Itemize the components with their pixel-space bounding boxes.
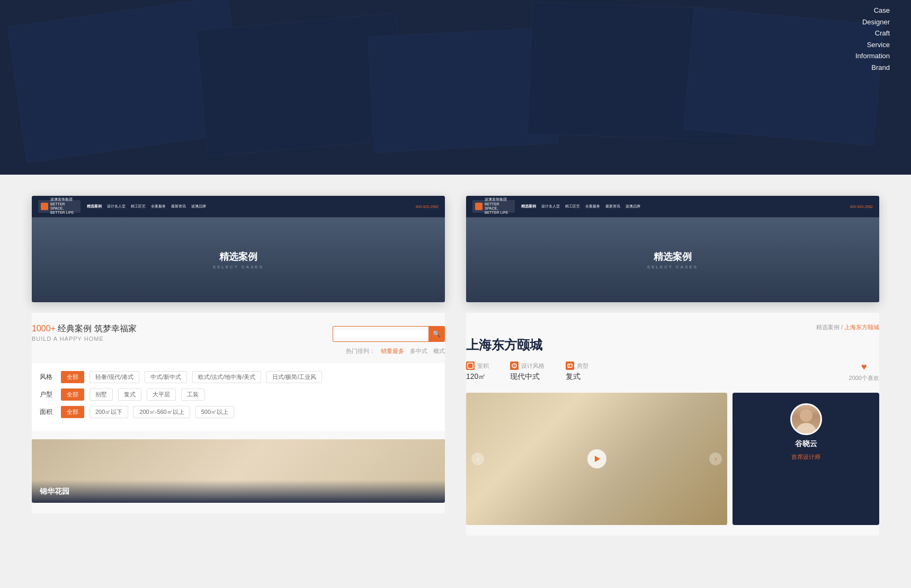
left-preview-phone: 400-920-2982	[415, 205, 439, 209]
avatar-body	[796, 423, 817, 433]
nav-item-case[interactable]: Case	[874, 5, 890, 16]
designer-role: 首席设计师	[791, 453, 820, 461]
filter-section: 风格 全部 轻奢/现代/港式 中式/新中式 欧式/法式/地中海/美式 日式/极简…	[32, 363, 445, 431]
main-content: 波澳装饰集团 BETTER SPACE, BETTER LIFE 精选案例 设计…	[0, 175, 911, 557]
left-preview-navbar: 波澳装饰集团 BETTER SPACE, BETTER LIFE 精选案例 设计…	[32, 196, 445, 218]
play-triangle-icon	[595, 456, 600, 462]
filter-row-area: 面积 全部 200㎡以下 200㎡-560㎡以上 500㎡以上	[40, 406, 437, 418]
nav-item-designer[interactable]: Designer	[862, 17, 890, 28]
breadcrumb-current[interactable]: 上海东方颐城	[844, 324, 879, 330]
designer-name: 谷晓云	[795, 439, 817, 449]
search-area: 🔍	[333, 326, 445, 342]
right-preview-nav-links: 精选案例 设计名人堂 精工匠艺 全案服务 最新资讯 波澳品牌	[521, 204, 843, 209]
next-image-button[interactable]: ›	[709, 453, 722, 465]
nav-item-craft[interactable]: Craft	[875, 28, 890, 39]
style-tag-1[interactable]: 轻奢/现代/港式	[90, 371, 139, 383]
sort-label: 热门排列：	[346, 348, 375, 354]
spec-style-value: 现代中式	[510, 372, 544, 382]
house-tag-1[interactable]: 别墅	[90, 388, 113, 401]
nav-item-information[interactable]: Information	[855, 51, 890, 61]
sort-options: 热门排列： 销量最多 多中式 概式	[32, 347, 445, 355]
house-tag-3[interactable]: 大平层	[147, 388, 176, 401]
search-box[interactable]: 🔍	[333, 326, 445, 342]
spec-type-label-row: 房型	[566, 361, 588, 370]
house-tag-2[interactable]: 复式	[118, 388, 141, 401]
left-title-group: 1000+ 经典案例 筑梦幸福家 BUILD A HAPPY HOME	[32, 323, 137, 342]
title-text: 经典案例 筑梦幸福家	[58, 324, 136, 333]
sort-option-0[interactable]: 销量最多	[381, 348, 404, 354]
avatar-image	[792, 405, 820, 433]
right-nav-link-3: 全案服务	[585, 204, 600, 209]
area-svg	[467, 363, 474, 369]
left-hero-en: SELECT CASES	[213, 265, 264, 269]
like-count: 2000个喜欢	[849, 374, 879, 382]
nav-item-brand[interactable]: Brand	[871, 62, 890, 73]
hero-section: Case Designer Craft Service Information …	[0, 0, 911, 175]
right-website-preview: 波澳装饰集团 BETTER SPACE, BETTER LIFE 精选案例 设计…	[466, 196, 879, 302]
area-tag-1[interactable]: 200㎡以下	[90, 406, 128, 418]
logo-text: 波澳装饰集团 BETTER SPACE, BETTER LIFE	[50, 197, 78, 215]
hero-nav: Case Designer Craft Service Information …	[855, 5, 890, 73]
project-title: 上海东方颐城	[466, 337, 879, 354]
left-nav-link-5: 波澳品牌	[191, 204, 206, 209]
spec-area-label-row: 室积	[466, 361, 489, 370]
right-nav-link-5: 波澳品牌	[626, 204, 640, 209]
style-tag-4[interactable]: 日式/极简/工业风	[266, 371, 322, 383]
two-col-layout: 波澳装饰集团 BETTER SPACE, BETTER LIFE 精选案例 设计…	[32, 196, 879, 536]
spec-type: 房型 复式	[566, 361, 588, 382]
play-button[interactable]	[587, 449, 606, 468]
breadcrumb: 精选案例 / 上海东方颐城	[466, 323, 879, 331]
sort-option-2[interactable]: 概式	[433, 348, 445, 354]
svg-rect-3	[568, 364, 572, 367]
sort-option-1[interactable]: 多中式	[410, 348, 427, 354]
hero-background	[0, 0, 911, 175]
left-main-title: 1000+ 经典案例 筑梦幸福家	[32, 323, 137, 334]
prev-image-button[interactable]: ‹	[471, 453, 484, 465]
project-main-image: ‹ ›	[466, 393, 727, 525]
left-hero-cn: 精选案例	[213, 250, 264, 263]
right-hero-cn: 精选案例	[647, 250, 698, 263]
avatar-head	[800, 409, 812, 422]
area-tag-3[interactable]: 500㎡以上	[195, 406, 234, 418]
area-icon	[466, 361, 475, 370]
right-logo-text: 波澳装饰集团 BETTER SPACE, BETTER LIFE	[485, 197, 512, 215]
spec-area-value: 120㎡	[466, 372, 489, 382]
right-preview-phone: 400-920-2982	[850, 205, 873, 209]
search-button[interactable]: 🔍	[428, 326, 444, 342]
style-tag-all[interactable]: 全部	[61, 371, 84, 383]
area-tag-2[interactable]: 200㎡-560㎡以上	[133, 406, 190, 418]
like-icon[interactable]: ♥	[861, 361, 867, 373]
left-preview-hero-text: 精选案例 SELECT CASES	[213, 250, 264, 269]
style-tag-2[interactable]: 中式/新中式	[145, 371, 187, 383]
area-tag-all[interactable]: 全部	[61, 406, 84, 418]
breadcrumb-home[interactable]: 精选案例	[816, 324, 839, 330]
right-hero-en: SELECT CASES	[647, 265, 698, 269]
house-tag-4[interactable]: 工装	[181, 388, 204, 401]
nav-item-service[interactable]: Service	[867, 40, 890, 50]
right-preview-hero-text: 精选案例 SELECT CASES	[647, 250, 698, 269]
left-content-area: 1000+ 经典案例 筑梦幸福家 BUILD A HAPPY HOME 🔍	[32, 313, 445, 513]
spec-style: 设计风格 现代中式	[510, 361, 544, 382]
spec-style-label: 设计风格	[521, 362, 544, 370]
search-input[interactable]	[333, 330, 428, 338]
left-preview-logo: 波澳装饰集团 BETTER SPACE, BETTER LIFE	[38, 200, 81, 213]
right-preview-hero: 精选案例 SELECT CASES	[466, 218, 879, 302]
type-icon	[566, 361, 574, 370]
left-website-preview: 波澳装饰集团 BETTER SPACE, BETTER LIFE 精选案例 设计…	[32, 196, 445, 302]
spec-area: 室积 120㎡	[466, 361, 489, 382]
left-nav-link-3: 全案服务	[151, 204, 166, 209]
bottom-preview-title: 锦华花园	[40, 487, 69, 495]
right-nav-link-2: 精工匠艺	[565, 204, 580, 209]
filter-row-house: 户型 全部 别墅 复式 大平层 工装	[40, 388, 437, 401]
house-filter-label: 户型	[40, 390, 56, 399]
title-number: 1000+	[32, 324, 56, 333]
right-nav-link-1: 设计名人堂	[541, 204, 560, 209]
style-tag-3[interactable]: 欧式/法式/地中海/美式	[192, 371, 261, 383]
bg-card-5	[684, 8, 885, 146]
spec-type-value: 复式	[566, 372, 588, 382]
like-section: ♥ 2000个喜欢	[849, 361, 879, 382]
designer-avatar	[790, 403, 822, 435]
type-svg	[567, 363, 573, 369]
left-nav-link-2: 精工匠艺	[131, 204, 146, 209]
house-tag-all[interactable]: 全部	[61, 388, 84, 401]
